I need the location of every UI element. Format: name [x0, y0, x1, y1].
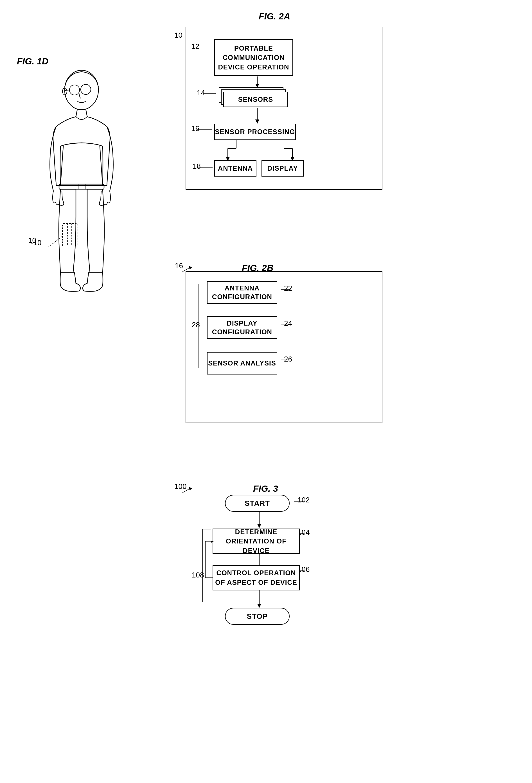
ref16-line	[197, 128, 214, 131]
svg-marker-52	[257, 604, 261, 608]
svg-marker-30	[255, 84, 259, 88]
svg-rect-8	[59, 184, 104, 189]
fig2a-sensor-processing-block: SENSOR PROCESSING	[214, 124, 296, 140]
ref12-line	[197, 45, 214, 49]
ref18-line	[198, 166, 214, 169]
fig3-start-block: START	[225, 495, 290, 512]
svg-marker-56	[211, 541, 214, 543]
fig2a-ref-10: 10	[174, 31, 183, 40]
fig2a-antenna-block: ANTENNA	[214, 160, 256, 177]
fig3-label: FIG. 3	[253, 483, 278, 494]
svg-marker-40	[189, 487, 192, 490]
svg-line-13	[48, 236, 62, 247]
ref102-line	[294, 500, 305, 503]
start-to-determine-arrow	[256, 512, 262, 529]
fig2a-main-title-block: PORTABLE COMMUNICATION DEVICE OPERATION	[214, 39, 293, 76]
svg-line-7	[86, 109, 87, 117]
fig3-determine-block: DETERMINE ORIENTATION OF DEVICE	[213, 529, 300, 554]
svg-marker-17	[255, 120, 259, 124]
fig2a-sensors-box1: SENSORS	[223, 92, 288, 107]
svg-rect-9	[78, 184, 85, 189]
svg-marker-32	[189, 266, 192, 269]
title-to-sensors-arrow	[254, 76, 260, 88]
svg-line-4	[80, 90, 81, 90]
svg-line-6	[76, 109, 77, 117]
svg-point-2	[69, 85, 80, 95]
control-to-stop-arrow	[256, 590, 262, 609]
fig3-stop-block: STOP	[225, 608, 290, 625]
ref22-line	[281, 288, 292, 291]
fig2b-ref-16: 16	[175, 261, 183, 270]
ref14-line	[203, 92, 217, 95]
svg-line-5	[65, 90, 69, 91]
ref28-bracket	[195, 284, 207, 368]
sensors-arrow	[254, 108, 260, 124]
svg-point-3	[81, 84, 91, 94]
fig3-control-block: CONTROL OPERATION OF ASPECT OF DEVICE	[213, 565, 300, 590]
fig2a-label: FIG. 2A	[259, 11, 290, 22]
ref24-line	[281, 323, 292, 325]
fig2b-sensor-analysis-block: SENSOR ANALYSIS	[207, 352, 277, 375]
fig1d-label: FIG. 1D	[17, 56, 49, 67]
ref26-line	[281, 358, 292, 361]
sp-to-display-arrow	[270, 140, 304, 162]
person-figure	[8, 67, 155, 343]
fig2b-antenna-config-block: ANTENNA CONFIGURATION	[207, 281, 277, 304]
fig2b-display-config-block: DISPLAY CONFIGURATION	[207, 316, 277, 339]
loop-back-arrow	[202, 541, 217, 581]
fig2a-display-block: DISPLAY	[261, 160, 304, 177]
fig3-ref-arrow	[182, 486, 193, 494]
